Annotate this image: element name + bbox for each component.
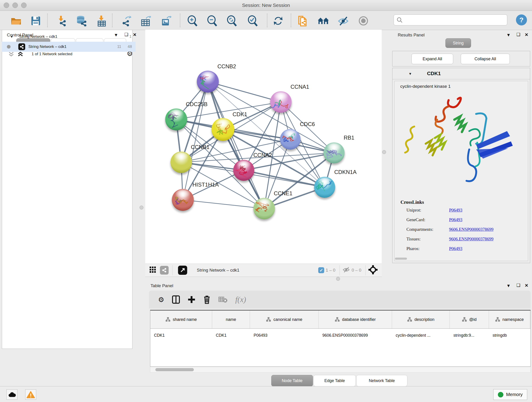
table-panel-collapse-icon[interactable]: ▼ <box>506 283 511 288</box>
results-panel-close-icon[interactable]: ✕ <box>525 32 528 37</box>
entry-header[interactable]: ▼ CDK1 <box>393 68 530 79</box>
collapse-all-networks-icon[interactable] <box>8 51 15 58</box>
open-session-icon[interactable] <box>10 15 22 27</box>
import-database-icon[interactable] <box>76 15 88 27</box>
network-node-HIST1H1A[interactable] <box>172 189 194 211</box>
expand-all-networks-icon[interactable] <box>17 51 24 58</box>
zoom-fit-icon[interactable] <box>226 15 238 27</box>
column-type-icon <box>266 317 271 322</box>
column-header-description[interactable]: description <box>392 311 450 328</box>
table-hscroll-thumb[interactable] <box>155 368 194 371</box>
delete-column-icon[interactable] <box>203 295 210 304</box>
import-table-icon[interactable] <box>96 15 108 27</box>
export-image-icon[interactable] <box>160 15 172 27</box>
entry-scrollbar-thumb[interactable] <box>395 258 407 260</box>
tab-node-table[interactable]: Node Table <box>271 375 313 386</box>
results-panel-collapse-icon[interactable]: ▼ <box>506 32 511 38</box>
grid-view-icon[interactable] <box>149 266 156 274</box>
expand-all-button[interactable]: Expand All <box>412 54 453 64</box>
zoom-selected-icon[interactable] <box>247 15 259 27</box>
network-node-CDC6[interactable] <box>280 129 301 150</box>
save-session-icon[interactable] <box>30 15 42 27</box>
export-network-icon[interactable] <box>120 15 132 27</box>
show-columns-icon[interactable] <box>172 295 180 304</box>
crosslink-link[interactable]: P06493 <box>449 246 462 251</box>
open-in-window-icon[interactable] <box>178 266 187 275</box>
column-header-shared-name[interactable]: shared name <box>150 311 212 328</box>
column-header-canonical-name[interactable]: canonical name <box>250 311 319 328</box>
network-node-CDKN1A[interactable] <box>314 177 335 198</box>
table-cell[interactable]: CDK1 <box>212 329 250 342</box>
table-cell[interactable]: CDK1 <box>150 329 212 342</box>
network-node-CCNA2[interactable] <box>233 160 254 181</box>
help-icon[interactable]: ? <box>516 14 527 26</box>
home-icon[interactable] <box>317 15 329 27</box>
network-share-view-icon[interactable] <box>160 266 169 274</box>
table-row[interactable]: CDK1CDK1P064939606.ENSP00000378699cyclin… <box>150 329 530 342</box>
import-network-icon[interactable] <box>56 15 68 27</box>
table-cell[interactable]: stringdb:9... <box>450 329 489 342</box>
crosslink-link[interactable]: P06493 <box>449 208 462 213</box>
hidden-items-eye-icon[interactable] <box>342 267 350 274</box>
column-header--id[interactable]: @id <box>450 311 489 328</box>
table-hscrollbar[interactable] <box>150 367 531 373</box>
table-panel-close-icon[interactable]: ✕ <box>525 283 528 288</box>
table-panel-float-icon[interactable]: ❑ <box>516 283 520 288</box>
network-edge[interactable] <box>183 200 264 209</box>
selected-items-checkbox[interactable]: ✓ <box>318 267 324 273</box>
zoom-in-icon[interactable] <box>186 15 198 27</box>
network-node-CCNB2[interactable] <box>197 70 219 93</box>
network-edge[interactable] <box>244 170 325 187</box>
memory-button[interactable]: Memory <box>493 389 527 400</box>
tab-network-table[interactable]: Network Table <box>356 375 407 386</box>
crosslink-link[interactable]: P06493 <box>449 217 462 222</box>
column-header-namespace[interactable]: namespace <box>489 311 530 328</box>
search-input[interactable] <box>403 17 502 23</box>
tab-string[interactable]: String <box>445 38 471 48</box>
hide-selected-icon[interactable] <box>337 15 349 27</box>
network-canvas[interactable]: CCNB2CCNA1CDC25BCDK1CDC6RB1CCNB1CCNA2CDK… <box>145 30 382 264</box>
copy-document-icon[interactable] <box>297 15 309 27</box>
network-node-CCNB1[interactable] <box>171 152 192 173</box>
entry-expander-icon[interactable]: ▼ <box>409 72 412 76</box>
crosslinks-title: CrossLinks <box>400 199 424 205</box>
table-cell[interactable]: cyclin-dependent ... <box>392 329 450 342</box>
cloud-icon[interactable] <box>6 389 17 400</box>
table-cell[interactable]: 9606.ENSP00000378699 <box>319 329 392 342</box>
show-all-icon[interactable] <box>357 15 369 27</box>
network-node-CDK1[interactable] <box>211 118 234 141</box>
table-cell[interactable]: stringdb <box>489 329 530 342</box>
column-header-name[interactable]: name <box>212 311 250 328</box>
network-node-CDC25B[interactable] <box>165 108 187 130</box>
warning-icon[interactable] <box>25 389 36 400</box>
network-node-CCNE1[interactable] <box>253 198 275 219</box>
crosslink-link[interactable]: 9606.ENSP00000378699 <box>449 227 494 232</box>
crosslink-link[interactable]: 9606.ENSP00000378699 <box>449 236 494 242</box>
network-row[interactable]: String Network – cdk1 11 48 <box>2 42 136 52</box>
network-node-CCNA1[interactable] <box>270 91 292 113</box>
delete-table-icon[interactable] <box>218 296 228 303</box>
horizontal-splitter-handle[interactable] <box>336 277 340 281</box>
refresh-view-icon[interactable] <box>272 15 284 27</box>
collapse-all-button[interactable]: Collapse All <box>461 54 510 64</box>
export-table-icon[interactable] <box>140 15 152 27</box>
zoom-out-icon[interactable] <box>206 15 218 27</box>
network-node-RB1[interactable] <box>323 142 345 163</box>
toolbar-separator <box>180 13 180 27</box>
collection-expander-icon[interactable]: ▼ <box>10 35 13 38</box>
search-field[interactable] <box>394 14 507 26</box>
tab-edge-table[interactable]: Edge Table <box>313 375 356 386</box>
right-splitter-handle[interactable] <box>382 150 386 154</box>
add-column-icon[interactable] <box>188 296 196 303</box>
network-edge[interactable] <box>223 129 334 153</box>
results-panel-float-icon[interactable]: ❑ <box>516 32 520 37</box>
table-settings-gear-icon[interactable]: ⚙ <box>158 296 164 304</box>
column-header-database-identifier[interactable]: database identifier <box>319 311 392 328</box>
left-splitter-handle[interactable] <box>139 206 143 210</box>
table-cell[interactable]: P06493 <box>250 329 319 342</box>
birds-eye-view-icon[interactable] <box>368 265 378 275</box>
toolbar-separator <box>291 13 291 27</box>
apply-function-icon[interactable]: f(x) <box>235 295 246 304</box>
network-collection-row[interactable]: ▼ String Network – cdk1 1 <box>2 32 136 42</box>
network-edge[interactable] <box>208 82 264 209</box>
